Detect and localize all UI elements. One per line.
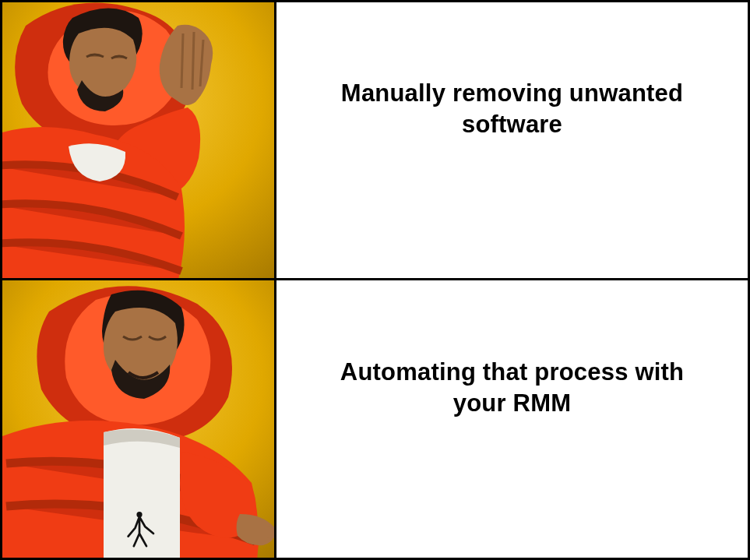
- approve-caption-cell: Automating that process with your RMM: [274, 278, 750, 560]
- reject-caption-cell: Manually removing unwanted software: [274, 0, 750, 278]
- approve-caption: Automating that process with your RMM: [314, 357, 710, 420]
- drake-reject-panel: [0, 0, 274, 278]
- drake-approve-panel: [0, 278, 274, 560]
- drake-meme-grid: Manually removing unwanted software: [0, 0, 750, 560]
- drake-reject-illustration: [0, 2, 274, 278]
- reject-caption: Manually removing unwanted software: [314, 78, 710, 141]
- drake-approve-illustration: [0, 280, 274, 560]
